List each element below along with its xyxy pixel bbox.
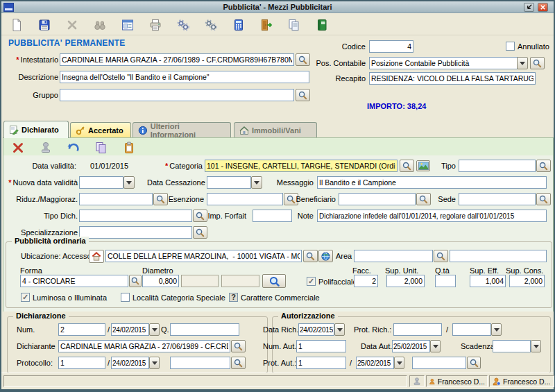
prot-rich-input[interactable] [393,323,442,336]
data-rich-dropdown[interactable] [334,323,345,336]
pos-contabile-search-button[interactable] [530,57,545,69]
esenzione-input[interactable] [207,193,283,205]
sup-cons-input[interactable] [509,275,545,287]
tipo-dich-search-button[interactable] [193,210,207,222]
nuova-data-validita-input[interactable] [79,176,123,189]
protocollo-extra-input[interactable] [170,357,230,369]
prot-aut-search-button[interactable] [467,357,481,369]
delete-button[interactable] [64,16,82,34]
sede-search-button[interactable] [536,193,551,205]
num-input[interactable] [58,323,105,336]
gruppo-search-button[interactable] [296,89,310,101]
categoria-search-button[interactable] [400,160,414,172]
tab-immobili-vani[interactable]: Immobili/Vani [234,122,317,137]
num-aut-input[interactable] [296,340,346,352]
dichiarante-input[interactable] [58,340,230,352]
prot-rich-date-input[interactable] [452,323,491,336]
tipo-search-button[interactable] [536,160,551,172]
protocollo-date-dropdown[interactable] [149,357,160,369]
forma-search-button[interactable] [129,275,142,287]
pos-contabile-dropdown-button[interactable] [517,57,528,69]
prot-aut-extra-input[interactable] [412,357,466,369]
categoria-input[interactable] [205,160,398,172]
tipo-dich-input[interactable] [79,210,192,222]
restore-button[interactable] [524,3,534,12]
forma-input[interactable] [20,275,128,287]
find-button[interactable] [92,16,110,34]
prot-aut-date-dropdown[interactable] [394,357,404,369]
prot-rich-date-dropdown[interactable] [491,323,502,336]
diametro-input[interactable] [142,275,179,287]
polifacciale-checkbox[interactable]: ✓ [307,277,316,286]
paste-button[interactable] [121,139,137,155]
descrizione-input[interactable] [60,71,309,83]
pos-contabile-input[interactable] [369,57,518,69]
prot-aut-input[interactable] [296,357,346,369]
protocollo-input[interactable] [58,357,105,369]
area-search-button[interactable] [434,250,448,262]
annullato-checkbox[interactable] [506,42,515,51]
num-date-dropdown[interactable] [149,323,160,336]
row-delete-button[interactable] [10,139,26,155]
num-date-input[interactable] [111,323,149,336]
sup-eff-input[interactable] [470,275,506,287]
process-button[interactable] [175,16,193,34]
protect-button[interactable] [314,16,332,34]
sup-unit-input[interactable] [386,275,425,287]
qta-input[interactable] [435,275,456,287]
recapito-input[interactable] [369,72,536,85]
new-button[interactable] [8,16,26,34]
ubicazione-input[interactable] [105,250,302,262]
facc-input[interactable] [354,275,378,287]
specializzazione-search-button[interactable] [193,226,207,239]
ubicazione-search-button[interactable] [303,250,318,262]
sede-input[interactable] [459,193,536,205]
save-button[interactable] [36,16,54,34]
scadenza-dropdown[interactable] [531,340,541,352]
close-button[interactable] [538,3,548,12]
tab-accertato[interactable]: Accertato [70,122,131,137]
status-user-panel-2[interactable]: Francesco D... [489,375,554,387]
prot-aut-date-input[interactable] [356,357,394,369]
gruppo-input[interactable] [60,89,294,101]
data-cessazione-input[interactable] [207,176,251,189]
data-cessazione-dropdown[interactable] [251,176,262,189]
print-button[interactable] [147,16,165,34]
specializzazione-input[interactable] [79,226,192,239]
data-rich-input[interactable] [298,323,334,336]
accesso-button[interactable] [89,250,104,263]
area-description-input[interactable] [450,250,547,262]
map-button[interactable] [318,250,333,262]
protocollo-date-input[interactable] [111,357,149,369]
calculator-button[interactable] [230,16,248,34]
misure-search-button[interactable] [262,274,286,288]
status-stamp-panel[interactable] [409,375,425,387]
codice-input[interactable] [369,40,413,53]
riduz-maggioraz-input[interactable] [79,193,153,205]
undo-button[interactable] [65,139,82,155]
stamp-button[interactable] [37,139,54,155]
data-aut-dropdown[interactable] [430,340,441,352]
copy-row-button[interactable] [93,139,110,155]
note-input[interactable] [317,210,547,222]
process-alt-button[interactable] [203,16,221,34]
tab-ulteriori-informazioni[interactable]: Ulteriori Informazioni [133,122,231,137]
tipo-input[interactable] [459,160,536,172]
messaggio-input[interactable] [317,176,547,189]
luminosa-checkbox[interactable]: ✓ [21,293,30,302]
carattere-commerciale-checkbox[interactable]: ? [229,293,238,302]
exit-button[interactable] [258,16,276,34]
status-user-panel-1[interactable]: Francesco D... [426,375,488,387]
tab-dichiarato[interactable]: Dichiarato [3,121,69,138]
data-aut-input[interactable] [392,340,430,352]
scadenza-input[interactable] [493,340,531,352]
detail-view-button[interactable] [119,16,137,34]
dichiarante-search-button[interactable] [231,340,246,352]
localita-speciale-checkbox[interactable] [121,293,130,302]
nuova-data-validita-dropdown[interactable] [123,176,135,189]
protocollo-search-button[interactable] [231,357,246,369]
copy-button[interactable] [286,16,304,34]
beneficiario-input[interactable] [339,193,416,205]
intestatario-input[interactable] [60,53,294,66]
q-input[interactable] [170,323,239,336]
